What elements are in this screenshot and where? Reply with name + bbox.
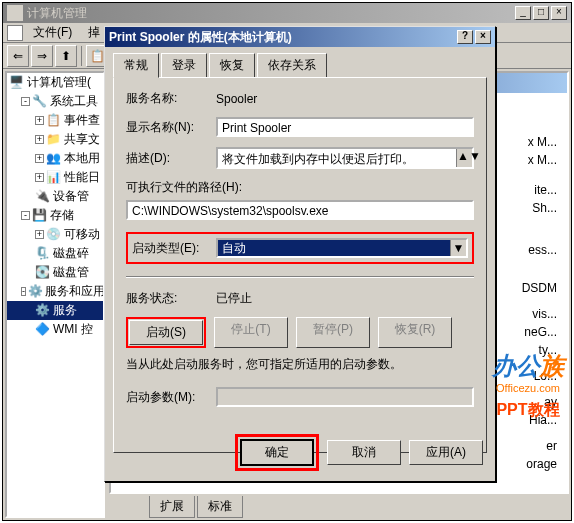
- bottom-tabs: 扩展 标准: [109, 494, 569, 518]
- tree-removable[interactable]: +💿可移动: [7, 225, 103, 244]
- tree-shared[interactable]: +📁共享文: [7, 130, 103, 149]
- stop-button: 停止(T): [214, 317, 288, 348]
- description-label: 描述(D):: [126, 150, 216, 167]
- chevron-down-icon[interactable]: ▼: [450, 240, 466, 256]
- tree-local-users[interactable]: +👥本地用: [7, 149, 103, 168]
- tree-device[interactable]: 🔌设备管: [7, 187, 103, 206]
- apply-button[interactable]: 应用(A): [409, 440, 483, 465]
- hint-text: 当从此处启动服务时，您可指定所适用的启动参数。: [126, 356, 474, 373]
- close-button[interactable]: ×: [551, 6, 567, 20]
- startup-highlight: 启动类型(E): 自动 ▼: [126, 232, 474, 264]
- tab-general[interactable]: 常规: [113, 53, 159, 78]
- tree-perf[interactable]: +📊性能日: [7, 168, 103, 187]
- dialog-buttons: 确定 取消 应用(A): [235, 434, 483, 471]
- display-name-field[interactable]: Print Spooler: [216, 117, 474, 137]
- display-name-label: 显示名称(N):: [126, 119, 216, 136]
- tab-standard[interactable]: 标准: [197, 496, 243, 518]
- start-params-label: 启动参数(M):: [126, 389, 216, 406]
- dialog-close-button[interactable]: ×: [475, 30, 491, 44]
- divider: [126, 276, 474, 278]
- ok-highlight: 确定: [235, 434, 319, 471]
- tree-disk[interactable]: 💽磁盘管: [7, 263, 103, 282]
- tree-storage[interactable]: -💾存储: [7, 206, 103, 225]
- tree-services-apps[interactable]: -⚙️服务和应用: [7, 282, 103, 301]
- startup-type-dropdown[interactable]: 自动 ▼: [216, 238, 468, 258]
- dialog-title: Print Spooler 的属性(本地计算机): [109, 27, 292, 47]
- window-title: 计算机管理: [27, 3, 87, 23]
- up-button[interactable]: ⬆: [55, 45, 77, 67]
- back-button[interactable]: ⇐: [7, 45, 29, 67]
- control-buttons: 启动(S) 停止(T) 暂停(P) 恢复(R): [126, 317, 474, 348]
- exe-path-label: 可执行文件的路径(H):: [126, 179, 474, 196]
- forward-button[interactable]: ⇒: [31, 45, 53, 67]
- menu-file[interactable]: 文件(F): [27, 22, 78, 43]
- general-panel: 服务名称: Spooler 显示名称(N): Print Spooler 描述(…: [113, 77, 487, 453]
- tree-services[interactable]: ⚙️服务: [7, 301, 103, 320]
- tree-defrag[interactable]: 🗜️磁盘碎: [7, 244, 103, 263]
- ok-button[interactable]: 确定: [240, 439, 314, 466]
- start-params-field: [216, 387, 474, 407]
- dialog-tabs: 常规 登录 恢复 依存关系: [105, 47, 495, 77]
- scrollbar[interactable]: ▲▼: [456, 149, 472, 167]
- start-highlight: 启动(S): [126, 317, 206, 348]
- description-field[interactable]: 将文件加载到内存中以便迟后打印。 ▲▼: [216, 147, 474, 169]
- pause-button: 暂停(P): [296, 317, 370, 348]
- app-icon: [7, 5, 23, 21]
- mmc-titlebar: 计算机管理 _ □ ×: [3, 3, 571, 23]
- tab-extended[interactable]: 扩展: [149, 496, 195, 518]
- service-name-value: Spooler: [216, 92, 474, 106]
- properties-dialog: Print Spooler 的属性(本地计算机) ? × 常规 登录 恢复 依存…: [104, 26, 496, 482]
- menu-icon: [7, 25, 23, 41]
- start-button[interactable]: 启动(S): [129, 320, 203, 345]
- tab-logon[interactable]: 登录: [161, 53, 207, 77]
- service-name-label: 服务名称:: [126, 90, 216, 107]
- tree-system-tools[interactable]: -🔧系统工具: [7, 92, 103, 111]
- resume-button: 恢复(R): [378, 317, 452, 348]
- startup-type-label: 启动类型(E):: [132, 240, 216, 257]
- tree-root[interactable]: 🖥️计算机管理(: [7, 73, 103, 92]
- tree-pane[interactable]: 🖥️计算机管理( -🔧系统工具 +📋事件查 +📁共享文 +👥本地用 +📊性能日 …: [5, 71, 105, 518]
- maximize-button[interactable]: □: [533, 6, 549, 20]
- tree-wmi[interactable]: 🔷WMI 控: [7, 320, 103, 339]
- exe-path-field: C:\WINDOWS\system32\spoolsv.exe: [126, 200, 474, 220]
- help-button[interactable]: ?: [457, 30, 473, 44]
- menu-action[interactable]: 掉: [82, 22, 106, 43]
- minimize-button[interactable]: _: [515, 6, 531, 20]
- dialog-titlebar: Print Spooler 的属性(本地计算机) ? ×: [105, 27, 495, 47]
- tab-deps[interactable]: 依存关系: [257, 53, 327, 77]
- tab-recovery[interactable]: 恢复: [209, 53, 255, 77]
- status-value: 已停止: [216, 290, 474, 307]
- separator: [81, 46, 82, 66]
- cancel-button[interactable]: 取消: [327, 440, 401, 465]
- status-label: 服务状态:: [126, 290, 216, 307]
- tree-event-viewer[interactable]: +📋事件查: [7, 111, 103, 130]
